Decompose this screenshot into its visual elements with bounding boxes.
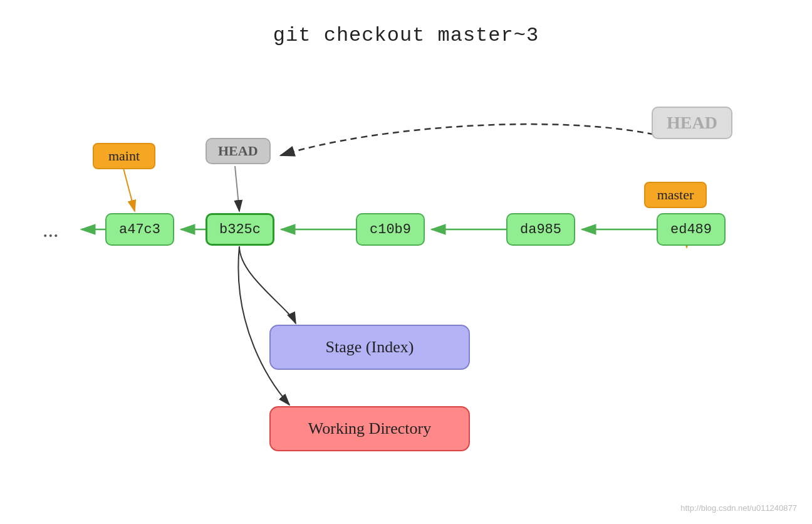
page-title: git checkout master~3 (0, 0, 812, 47)
svg-line-9 (235, 166, 239, 211)
working-directory-box: Working Directory (269, 406, 470, 451)
label-head-faint: HEAD (652, 107, 732, 139)
stage-box: Stage (Index) (269, 325, 470, 370)
label-maint: maint (93, 143, 155, 169)
dots-label: ... (43, 218, 59, 242)
commit-ed489: ed489 (657, 213, 726, 246)
commit-da985: da985 (506, 213, 575, 246)
label-head-active: HEAD (206, 138, 271, 164)
watermark: http://blog.csdn.net/u011240877 (680, 503, 797, 513)
commit-c10b9: c10b9 (356, 213, 425, 246)
label-master: master (644, 182, 707, 208)
commit-a47c3: a47c3 (105, 213, 174, 246)
svg-line-8 (123, 166, 135, 211)
commit-b325c: b325c (206, 213, 274, 246)
